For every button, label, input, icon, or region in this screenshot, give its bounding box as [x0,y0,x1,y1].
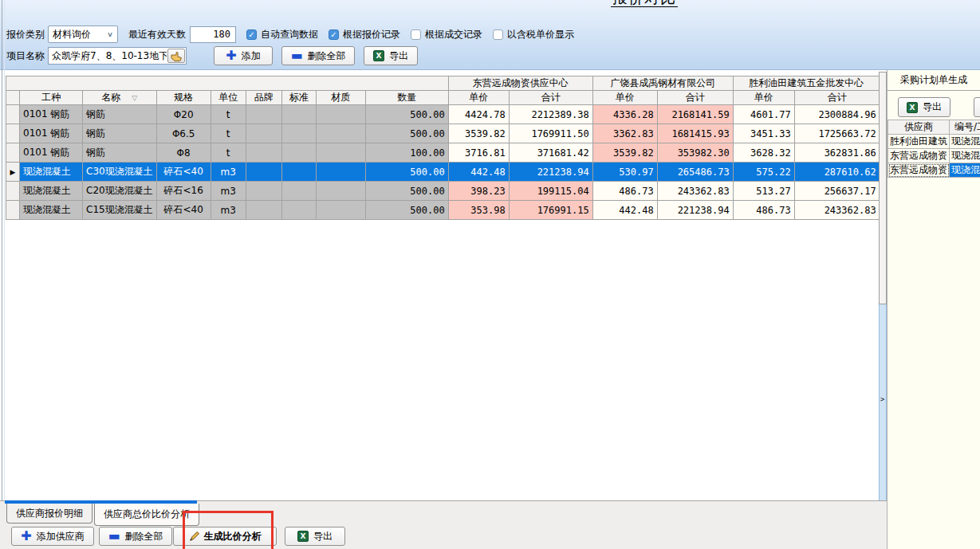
unit-price-cell[interactable]: 3628.32 [733,143,794,163]
add-button[interactable]: ✚ 添加 [214,46,273,65]
column-header[interactable]: 标准 [281,91,316,105]
total-price-cell[interactable]: 1769911.50 [509,124,592,143]
grid-cell[interactable]: Φ20 [156,105,211,124]
total-price-cell[interactable]: 287610.62 [794,163,880,182]
checkbox-1[interactable]: ✓自动查询数据 [246,28,318,41]
plan-item-cell[interactable]: 现浇混凝 [950,163,980,178]
grid-cell[interactable] [316,143,365,163]
plan-item-cell[interactable]: 现浇混凝 [950,135,980,149]
table-row[interactable]: 0101 钢筋钢筋Φ8t100.003716.81371681.423539.8… [6,143,880,163]
table-row[interactable]: 0101 钢筋钢筋Φ20t500.004424.782212389.384336… [6,105,880,124]
unit-price-cell[interactable]: 4424.78 [448,105,509,124]
total-price-cell[interactable]: 1725663.72 [794,124,880,143]
checkbox-3[interactable]: 根据成交记录 [411,28,482,41]
unit-price-cell[interactable]: 3539.82 [448,124,509,143]
table-row[interactable]: 现浇混凝土C15现浇混凝土碎石<40m3500.00353.98176991.1… [6,201,880,220]
grid-cell[interactable]: 现浇混凝土 [20,163,83,182]
total-price-cell[interactable]: 265486.73 [657,163,733,182]
column-header[interactable]: 名称▽ [83,91,157,105]
plan-column-header[interactable]: 编号/工 [950,120,980,135]
project-input[interactable] [52,50,167,61]
grid-cell[interactable] [281,143,316,163]
unit-price-cell[interactable]: 575.22 [733,163,794,182]
column-header[interactable]: 工种 [20,91,83,105]
plan-supplier-cell[interactable]: 东营远成物资 [888,149,950,163]
grid-cell[interactable]: Φ8 [156,143,211,163]
plan-column-header[interactable]: 供应商 [888,120,950,135]
row-selector[interactable] [6,105,20,124]
unit-price-cell[interactable]: 442.48 [592,201,657,220]
grid-cell[interactable]: 碎石<40 [156,201,211,220]
grid-cell[interactable]: C30现浇混凝土 [83,163,157,182]
grid-cell[interactable]: m3 [211,182,246,201]
grid-cell[interactable]: t [211,124,246,143]
grid-cell[interactable]: 0101 钢筋 [20,124,83,143]
tab-total-price-analysis[interactable]: 供应商总价比价分析 [94,504,199,526]
grid-cell[interactable] [281,163,316,182]
total-price-cell[interactable]: 256637.17 [794,182,880,201]
panel-extra-button[interactable] [974,97,980,117]
grid-cell[interactable]: 500.00 [365,163,448,182]
grid-cell[interactable] [281,182,316,201]
total-price-cell[interactable]: 1681415.93 [657,124,733,143]
unit-price-cell[interactable]: 353.98 [448,201,509,220]
checkbox-box[interactable] [493,29,503,40]
total-price-cell[interactable]: 2168141.59 [657,105,733,124]
grid-cell[interactable] [316,163,365,182]
total-price-cell[interactable]: 199115.04 [509,182,592,201]
row-selector[interactable] [6,143,20,163]
row-selector[interactable] [6,201,20,220]
row-selector[interactable]: ▶ [6,163,20,182]
grid-cell[interactable]: m3 [211,201,246,220]
unit-price-cell[interactable]: 398.23 [448,182,509,201]
project-picker-button[interactable] [167,49,185,63]
export-button-panel[interactable]: X 导出 [898,97,950,117]
grid-cell[interactable] [246,182,281,201]
export-button-bottom[interactable]: X 导出 [285,527,345,546]
grid-cell[interactable] [246,163,281,182]
unit-price-cell[interactable]: 4601.77 [733,105,794,124]
generate-analysis-button[interactable]: 生成比价分析 [173,527,277,546]
plan-row[interactable]: 东营远成物资现浇混凝 [888,163,980,178]
grid-cell[interactable]: 500.00 [365,182,448,201]
total-price-cell[interactable]: 2300884.96 [794,105,880,124]
column-header[interactable]: 单价 [592,91,657,105]
unit-price-cell[interactable]: 513.27 [733,182,794,201]
grid-cell[interactable]: t [211,143,246,163]
table-row[interactable]: ▶现浇混凝土C30现浇混凝土碎石<40m3500.00442.48221238.… [6,163,880,182]
tab-supplier-quote-detail[interactable]: 供应商报价明细 [6,504,92,524]
column-header[interactable]: 合计 [794,91,880,105]
table-row[interactable]: 现浇混凝土C20现浇混凝土碎石<16m3500.00398.23199115.0… [6,182,880,201]
column-header[interactable]: 材质 [316,91,365,105]
grid-cell[interactable]: Φ6.5 [156,124,211,143]
column-header[interactable]: 规格 [156,91,211,105]
grid-cell[interactable] [246,201,281,220]
days-input[interactable] [190,26,236,43]
row-selector[interactable] [6,182,20,201]
unit-price-cell[interactable]: 530.97 [592,163,657,182]
grid-cell[interactable]: 500.00 [365,201,448,220]
grid-cell[interactable]: 钢筋 [83,124,157,143]
total-price-cell[interactable]: 176991.15 [509,201,592,220]
grid-cell[interactable] [246,105,281,124]
delete-all-button[interactable]: ▬ 删除全部 [281,46,355,65]
unit-price-cell[interactable]: 4336.28 [592,105,657,124]
column-header[interactable]: 合计 [657,91,733,105]
delete-all-suppliers-button[interactable]: ▬ 删除全部 [99,527,172,546]
sort-indicator-icon[interactable]: ▽ [132,94,137,102]
grid-cell[interactable]: C15现浇混凝土 [83,201,157,220]
supplier-header[interactable]: 胜利油田建筑五金批发中心 [733,76,880,91]
grid-cell[interactable]: 500.00 [365,124,448,143]
column-header[interactable]: 合计 [509,91,592,105]
total-price-cell[interactable]: 371681.42 [509,143,592,163]
grid-cell[interactable] [281,201,316,220]
grid-cell[interactable]: 钢筋 [83,105,157,124]
grid-cell[interactable]: C20现浇混凝土 [83,182,157,201]
grid-cell[interactable]: 钢筋 [83,143,157,163]
checkbox-box[interactable] [411,29,421,40]
total-price-cell[interactable]: 2212389.38 [509,105,592,124]
grid-cell[interactable]: t [211,105,246,124]
grid-cell[interactable] [316,124,365,143]
unit-price-cell[interactable]: 486.73 [733,201,794,220]
row-selector[interactable] [6,124,20,143]
